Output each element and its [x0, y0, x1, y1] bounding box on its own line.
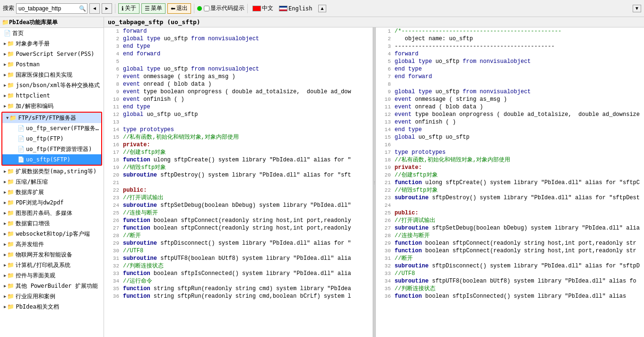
expand-icon[interactable]: ▶	[4, 188, 6, 196]
expand-icon[interactable]: ▶	[4, 177, 6, 186]
expand-icon[interactable]: ▶	[4, 198, 6, 207]
nav-fwd-button[interactable]: ►	[102, 3, 112, 14]
sidebar-item[interactable]: 📄uo_ftp_server(FTP服务器	[2, 123, 101, 133]
folder-icon: 📁	[7, 81, 14, 89]
menu-button[interactable]: ☰ 菜单	[141, 3, 165, 14]
line-number: 2	[106, 35, 119, 43]
table-row: 30function boolean sftpConnect(readonly …	[376, 247, 644, 255]
collapse-button[interactable]: ▲	[318, 5, 327, 12]
sidebar-item[interactable]: 📄uo_ftp(FTP)	[2, 133, 101, 144]
sidebar-item[interactable]: ▶📁json/bson/xml等各种交换格式	[0, 80, 104, 90]
line-content: event onfinish ( )	[123, 96, 371, 103]
sidebar-item[interactable]: ▶📁数据库扩展	[0, 187, 104, 197]
lang-cn-button[interactable]: 中文	[251, 3, 275, 13]
search-icon[interactable]: 🔍	[79, 5, 86, 12]
menu-icon: ☰	[145, 5, 150, 12]
expand-icon[interactable]: ▶	[4, 60, 6, 69]
sidebar-item[interactable]: ▶📁数据窗口增强	[0, 218, 104, 229]
lang-en-button[interactable]: English	[277, 4, 314, 13]
line-content: //私有函数,初始化和销毁对象,对象内部使用	[123, 133, 371, 141]
sidebar-item[interactable]: 📄uo_ftp(FTP资源管理器)	[2, 144, 101, 154]
line-content: function ulong sftpCreate() system libra…	[395, 179, 643, 186]
code-hint-checkbox-input[interactable]	[204, 6, 209, 11]
line-content: type prototypes	[123, 126, 371, 133]
sidebar-item[interactable]: ▶📁国家医保接口相关实现	[0, 70, 104, 80]
sidebar-item[interactable]: ▶📁Postman	[0, 59, 104, 70]
sidebar-item[interactable]: ▶📁httpclient	[0, 90, 104, 101]
sidebar-item[interactable]: ▶📁高并发组件	[0, 239, 104, 249]
table-row: 28//断开	[104, 232, 373, 239]
table-row: 16	[376, 141, 644, 149]
about-button[interactable]: ℹ 关于	[118, 3, 139, 14]
table-row: 17//创建sftp对象	[104, 149, 373, 156]
folder-icon: 📁	[2, 18, 9, 27]
table-row: 20//创建sftp对象	[376, 171, 644, 179]
nav-back-button[interactable]: ◄	[89, 3, 100, 14]
expand-icon[interactable]: ▶	[4, 271, 6, 280]
sidebar-item[interactable]: ▶📁PDF浏览与dw2pdf	[0, 197, 104, 208]
expand-icon[interactable]: ▶	[4, 240, 6, 248]
expand-icon[interactable]: ▶	[4, 282, 6, 290]
search-input[interactable]	[17, 5, 79, 12]
sidebar-item[interactable]: ▶📁其他 PowerBuilder 扩展功能	[0, 281, 104, 291]
line-content: event onmessage ( string as_msg )	[395, 96, 643, 103]
expand-icon[interactable]: ▶	[4, 50, 6, 58]
sidebar-item[interactable]: ▶📁物联网开发和智能设备	[0, 249, 104, 260]
line-number: 15	[378, 133, 391, 141]
line-content: public:	[123, 186, 371, 194]
sidebar-item[interactable]: ▶📁行业应用和案例	[0, 291, 104, 302]
sidebar-item[interactable]: ▶📁对象参考手册	[0, 38, 104, 49]
expand-icon[interactable]: ▶	[4, 39, 6, 48]
expand-icon[interactable]: ▶	[4, 219, 6, 228]
expand-icon[interactable]: ▶	[4, 292, 6, 301]
expand-icon[interactable]: ▶	[4, 261, 6, 269]
sidebar-item[interactable]: ▶📁扩展数据类型(map,string等)	[0, 166, 104, 177]
line-number: 26	[378, 217, 391, 224]
sidebar-item-label: 图形图片条码、多媒体	[16, 209, 72, 217]
table-row: 27subroutine sftpSetDebug(boolean bDebug…	[376, 224, 644, 232]
line-number: 9	[106, 88, 119, 96]
line-content: //断开	[123, 232, 371, 239]
sidebar-item[interactable]: ▶📁计算机/打印机及系统	[0, 260, 104, 270]
line-number: 14	[106, 126, 119, 133]
expand-icon[interactable]: ▶	[4, 230, 6, 238]
expand-icon[interactable]: ▶	[4, 302, 6, 311]
code-panel-right[interactable]: 1/*-------------------------------------…	[376, 27, 644, 337]
exit-button[interactable]: ⬅ 退出	[167, 3, 191, 14]
folder-icon: 📁	[7, 240, 14, 248]
line-number: 33	[106, 270, 119, 277]
line-number: 20	[378, 171, 391, 179]
sidebar: 📁 PbIdea功能库菜单 📄首页▶📁对象参考手册▶📁PowerScript S…	[0, 17, 104, 337]
expand-icon[interactable]: ▶	[4, 71, 6, 79]
table-row: 33//UTF8	[376, 270, 644, 277]
sidebar-item[interactable]: ▶📁控件与界面美观	[0, 270, 104, 281]
code-panel-left[interactable]: 1forward2global type uo_sftp from nonvis…	[104, 27, 373, 337]
sidebar-item[interactable]: 📄uo_sftp(SFTP)	[2, 154, 101, 165]
sidebar-item[interactable]: ▶📁websocket和top/ip客户端	[0, 229, 104, 239]
line-number: 30	[106, 247, 119, 255]
line-content: ----------------------------------------…	[395, 43, 643, 50]
expand-icon[interactable]: ▼	[6, 114, 9, 122]
sidebar-item[interactable]: ▶📁图形图片条码、多媒体	[0, 208, 104, 218]
sidebar-item[interactable]: ▶📁PowerScript Server(PSS)	[0, 49, 104, 59]
expand-icon[interactable]: ▶	[4, 167, 6, 176]
expand-icon[interactable]: ▶	[4, 209, 6, 217]
doc-icon: 📄	[4, 29, 11, 37]
expand-icon[interactable]: ▶	[4, 102, 6, 110]
expand-icon[interactable]: ▶	[4, 81, 6, 89]
expand-icon[interactable]: ▶	[4, 91, 6, 100]
sidebar-item[interactable]: 📄首页	[0, 28, 104, 38]
sidebar-item-label: 物联网开发和智能设备	[16, 250, 72, 259]
expand-button[interactable]: ▼	[633, 5, 641, 12]
sidebar-item[interactable]: ▼📁FTP/sFTP/FTP服务器	[2, 113, 101, 123]
search-box[interactable]: 🔍	[16, 3, 87, 14]
sidebar-item[interactable]: ▶📁PbIdea相关文档	[0, 302, 104, 312]
expand-icon[interactable]: ▶	[4, 250, 6, 259]
table-row: 26//打开调试输出	[376, 217, 644, 224]
ftp-group: ▼📁FTP/sFTP/FTP服务器📄uo_ftp_server(FTP服务器📄u…	[1, 112, 102, 166]
sidebar-item[interactable]: ▶📁加/解密和编码	[0, 101, 104, 111]
show-code-hint-checkbox[interactable]: 显示代码提示	[204, 4, 244, 12]
table-row: 11event onread ( blob data )	[376, 103, 644, 111]
sidebar-item[interactable]: ▶📁压缩/解压缩	[0, 177, 104, 187]
sidebar-item-label: uo_ftp(FTP)	[26, 134, 63, 143]
